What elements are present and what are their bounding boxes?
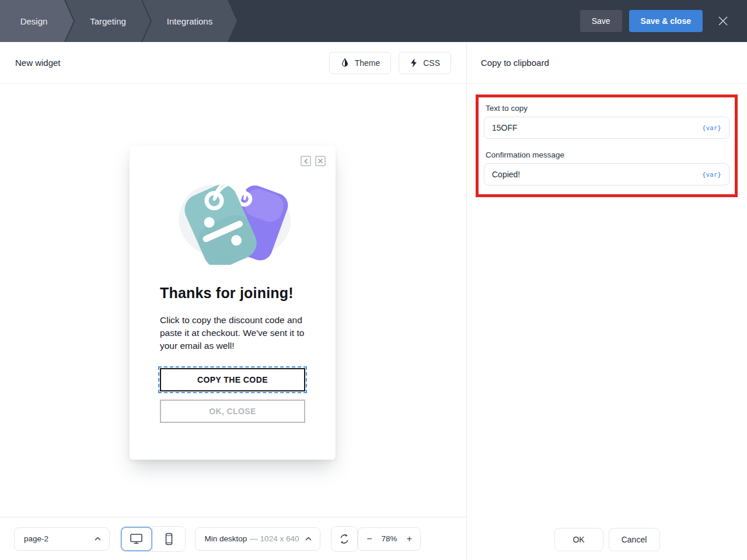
insert-variable-button[interactable]: {var} <box>702 124 721 132</box>
step-tabs: Design Targeting Integrations <box>0 0 237 42</box>
chevron-up-icon <box>305 537 312 541</box>
popup-back-button[interactable] <box>301 156 311 166</box>
settings-title: Copy to clipboard <box>481 58 549 68</box>
insert-variable-button[interactable]: {var} <box>702 171 721 178</box>
preview-header-buttons: Theme CSS <box>329 52 451 74</box>
text-to-copy-input-row: {var} <box>484 117 729 139</box>
smartphone-icon <box>165 533 173 545</box>
zoom-in-button[interactable]: + <box>406 533 413 545</box>
popup-widget[interactable]: Thanks for joining! Click to copy the di… <box>130 146 336 460</box>
widget-editor-app: Design Targeting Integrations Save Save … <box>0 0 747 560</box>
viewport-select[interactable]: Min desktop — 1024 x 640 <box>195 527 321 551</box>
zoom-control: − 78% + <box>358 527 421 551</box>
confirmation-message-label: Confirmation message <box>486 150 729 159</box>
ok-button[interactable]: OK <box>554 528 603 551</box>
chevron-left-icon <box>303 158 309 164</box>
save-button[interactable]: Save <box>580 10 622 32</box>
popup-heading: Thanks for joining! <box>160 285 305 302</box>
tab-targeting[interactable]: Targeting <box>65 0 151 42</box>
refresh-preview-button[interactable] <box>331 526 358 552</box>
popup-editor-controls <box>301 156 326 166</box>
droplet-contrast-icon <box>340 58 350 68</box>
chevron-up-icon <box>95 537 101 541</box>
confirmation-message-input-row: {var} <box>484 163 729 186</box>
tab-integrations-label: Integrations <box>167 16 212 26</box>
viewport-name: Min desktop <box>205 534 247 543</box>
page-select[interactable]: page-2 <box>14 527 110 551</box>
ok-close-button[interactable]: OK, CLOSE <box>160 400 305 423</box>
cancel-button[interactable]: Cancel <box>609 528 660 551</box>
tab-targeting-label: Targeting <box>90 16 126 26</box>
preview-header: New widget Theme CSS <box>0 42 466 84</box>
settings-panel: Copy to clipboard Text to copy {var} Con… <box>467 42 747 560</box>
theme-button-label: Theme <box>355 58 381 68</box>
desktop-view-button[interactable] <box>121 527 152 551</box>
confirmation-message-field-group: Confirmation message {var} <box>484 150 729 186</box>
x-icon <box>317 158 323 164</box>
popup-body-text: Click to copy the discount code and past… <box>160 314 305 352</box>
sync-arrows-icon <box>338 533 350 545</box>
confirmation-message-input[interactable] <box>492 170 702 179</box>
close-icon <box>718 16 728 26</box>
copy-the-code-button[interactable]: COPY THE CODE <box>160 368 305 391</box>
theme-button[interactable]: Theme <box>329 52 392 74</box>
lightning-bolt-icon <box>410 58 418 68</box>
text-to-copy-input[interactable] <box>492 123 702 132</box>
widget-title: New widget <box>15 58 61 68</box>
monitor-icon <box>130 533 143 545</box>
mobile-view-button[interactable] <box>153 527 184 551</box>
text-to-copy-field-group: Text to copy {var} <box>484 104 729 139</box>
page-select-value: page-2 <box>24 534 48 543</box>
popup-close-button[interactable] <box>315 156 326 166</box>
zoom-level: 78% <box>382 534 397 543</box>
settings-actions: OK Cancel <box>467 528 747 551</box>
device-toggle-group <box>120 526 186 552</box>
tab-design-label: Design <box>20 16 48 26</box>
main-area: New widget Theme CSS <box>0 42 747 560</box>
settings-header: Copy to clipboard <box>467 42 747 84</box>
preview-pane: New widget Theme CSS <box>0 42 467 560</box>
css-button-label: CSS <box>423 58 440 68</box>
preview-bottom-bar: page-2 <box>0 517 466 560</box>
discount-tags-illustration <box>163 172 303 265</box>
text-to-copy-label: Text to copy <box>486 104 729 113</box>
close-editor-button[interactable] <box>714 12 732 30</box>
css-button[interactable]: CSS <box>399 52 451 74</box>
tab-design[interactable]: Design <box>0 0 74 42</box>
highlighted-settings-section: Text to copy {var} Confirmation message … <box>476 94 738 197</box>
tab-integrations[interactable]: Integrations <box>142 0 237 42</box>
widget-preview-canvas: Thanks for joining! Click to copy the di… <box>0 84 466 517</box>
topbar: Design Targeting Integrations Save Save … <box>0 0 747 42</box>
zoom-out-button[interactable]: − <box>365 533 373 545</box>
viewport-size: — 1024 x 640 <box>250 534 299 543</box>
save-and-close-button[interactable]: Save & close <box>629 10 703 32</box>
topbar-actions: Save Save & close <box>580 0 747 42</box>
